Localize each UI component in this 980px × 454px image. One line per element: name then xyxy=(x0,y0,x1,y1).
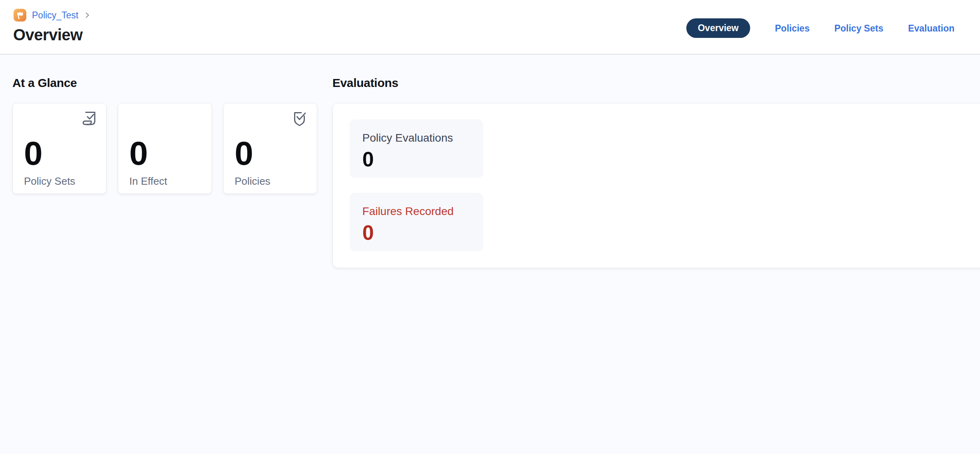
stat-label: Policy Sets xyxy=(24,175,95,187)
evaluations-card: Policy Evaluations 0 Failures Recorded 0 xyxy=(332,103,980,268)
tile-value: 0 xyxy=(362,221,470,244)
failures-recorded-tile: Failures Recorded 0 xyxy=(350,193,483,251)
nav-tab-policy-sets[interactable]: Policy Sets xyxy=(834,19,883,38)
tile-label: Failures Recorded xyxy=(362,205,470,218)
at-a-glance-title: At a Glance xyxy=(12,76,317,90)
breadcrumb: Policy_Test xyxy=(13,8,91,22)
stat-label: In Effect xyxy=(129,175,200,187)
policy-overview-page: Policy_Test Overview Overview Policies P… xyxy=(0,0,980,454)
at-a-glance-section: At a Glance 0 Policy Sets 0 In xyxy=(12,76,317,454)
evaluations-section: Evaluations Policy Evaluations 0 Failure… xyxy=(332,76,980,454)
tile-label: Policy Evaluations xyxy=(362,131,470,145)
stat-value: 0 xyxy=(24,136,95,170)
policy-evaluations-tile: Policy Evaluations 0 xyxy=(350,119,483,178)
breadcrumb-project-link[interactable]: Policy_Test xyxy=(32,8,78,22)
header-left: Policy_Test Overview xyxy=(13,0,91,43)
stat-label: Policies xyxy=(235,175,306,187)
shield-check-icon xyxy=(292,110,308,128)
stat-card-policy-sets: 0 Policy Sets xyxy=(12,103,107,194)
tile-value: 0 xyxy=(362,148,470,170)
stat-card-in-effect: 0 In Effect xyxy=(118,103,212,194)
page-title: Overview xyxy=(13,26,91,43)
project-flag-icon xyxy=(13,8,27,22)
stat-value: 0 xyxy=(235,136,306,170)
chevron-right-icon xyxy=(84,12,91,19)
nav-tab-evaluation[interactable]: Evaluation xyxy=(908,19,954,38)
page-header: Policy_Test Overview Overview Policies P… xyxy=(0,0,980,55)
stat-card-policies: 0 Policies xyxy=(223,103,317,194)
scroll-check-icon xyxy=(81,110,97,128)
stat-value: 0 xyxy=(129,136,200,170)
evaluations-title: Evaluations xyxy=(332,76,980,90)
top-nav: Overview Policies Policy Sets Evaluation xyxy=(686,18,954,38)
nav-tab-policies[interactable]: Policies xyxy=(775,19,810,38)
content-area: At a Glance 0 Policy Sets 0 In xyxy=(0,55,980,454)
at-a-glance-cards: 0 Policy Sets 0 In Effect 0 Polici xyxy=(12,103,317,194)
nav-tab-overview[interactable]: Overview xyxy=(686,18,750,38)
